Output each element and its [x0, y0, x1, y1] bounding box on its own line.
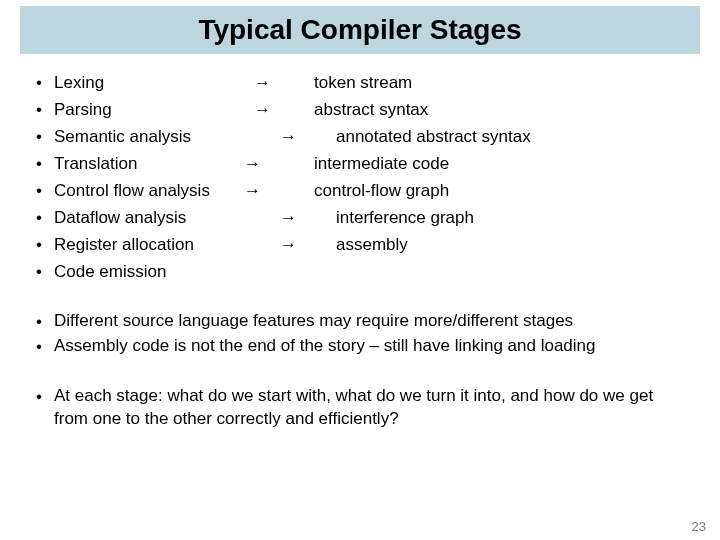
slide: Typical Compiler Stages • Lexing → token…	[0, 6, 720, 540]
bullet-icon: •	[36, 207, 54, 230]
bullet-icon: •	[36, 180, 54, 203]
stage-output: token stream	[314, 72, 684, 95]
list-item: • Dataflow analysis → interference graph	[36, 207, 684, 230]
arrow-icon: →	[254, 126, 314, 149]
bullet-icon: •	[36, 153, 54, 176]
stage-name: Translation	[54, 153, 244, 176]
list-item: • Assembly code is not the end of the st…	[36, 335, 684, 359]
list-item: • At each stage: what do we start with, …	[36, 385, 684, 431]
page-number: 23	[692, 519, 706, 534]
title-bar: Typical Compiler Stages	[20, 6, 700, 54]
notes-list-2: • At each stage: what do we start with, …	[36, 385, 684, 431]
bullet-icon: •	[36, 261, 54, 284]
list-item: • Code emission	[36, 261, 684, 284]
stage-name: Register allocation	[54, 234, 254, 257]
bullet-icon: •	[36, 335, 54, 359]
stage-name: Control flow analysis	[54, 180, 244, 203]
stage-output: assembly	[314, 234, 684, 257]
stage-output: annotated abstract syntax	[314, 126, 684, 149]
notes-list-1: • Different source language features may…	[36, 310, 684, 360]
stage-name: Lexing	[54, 72, 254, 95]
stage-name: Dataflow analysis	[54, 207, 254, 230]
list-item: • Register allocation → assembly	[36, 234, 684, 257]
stages-list: • Lexing → token stream • Parsing → abst…	[36, 72, 684, 284]
arrow-icon: →	[244, 180, 304, 203]
list-item: • Control flow analysis → control-flow g…	[36, 180, 684, 203]
bullet-icon: •	[36, 99, 54, 122]
stage-output: intermediate code	[304, 153, 684, 176]
stage-name: Semantic analysis	[54, 126, 254, 149]
slide-content: • Lexing → token stream • Parsing → abst…	[0, 54, 720, 431]
arrow-icon: →	[254, 234, 314, 257]
list-item: • Translation → intermediate code	[36, 153, 684, 176]
bullet-icon: •	[36, 72, 54, 95]
arrow-icon: →	[254, 207, 314, 230]
stage-output: interference graph	[314, 207, 684, 230]
stage-output: abstract syntax	[314, 99, 684, 122]
list-item: • Semantic analysis → annotated abstract…	[36, 126, 684, 149]
list-item: • Different source language features may…	[36, 310, 684, 334]
stage-output: control-flow graph	[304, 180, 684, 203]
note-text: Assembly code is not the end of the stor…	[54, 335, 684, 358]
stage-name: Code emission	[54, 261, 254, 284]
list-item: • Lexing → token stream	[36, 72, 684, 95]
stage-name: Parsing	[54, 99, 254, 122]
bullet-icon: •	[36, 234, 54, 257]
list-item: • Parsing → abstract syntax	[36, 99, 684, 122]
arrow-icon: →	[254, 72, 314, 95]
bullet-icon: •	[36, 385, 54, 409]
arrow-icon: →	[244, 153, 304, 176]
arrow-icon: →	[254, 99, 314, 122]
bullet-icon: •	[36, 310, 54, 334]
bullet-icon: •	[36, 126, 54, 149]
note-text: At each stage: what do we start with, wh…	[54, 385, 684, 431]
slide-title: Typical Compiler Stages	[198, 14, 521, 46]
note-text: Different source language features may r…	[54, 310, 684, 333]
